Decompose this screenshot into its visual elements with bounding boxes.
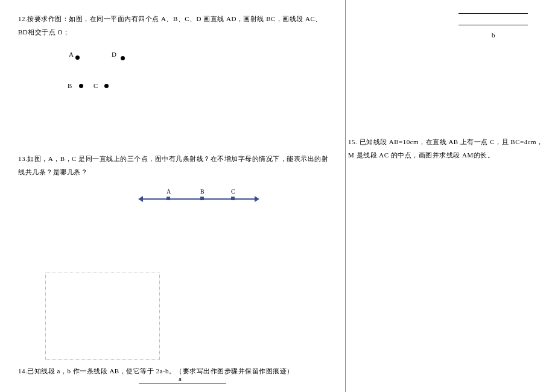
label-a: a: [179, 375, 182, 382]
arrow-right-icon: [255, 196, 259, 202]
problem-14: 14.已知线段 a，b 作一条线段 AB，使它等于 2a-b。（要求写出作图步骤…: [18, 364, 326, 378]
figure-13: A B C: [140, 189, 258, 207]
point-D-icon: [121, 56, 125, 60]
label-B: B: [200, 188, 205, 195]
right-column: b: [345, 0, 555, 392]
segment-b-group: b: [458, 13, 528, 25]
point-B-icon: [200, 197, 204, 200]
problem-14-text: 14.已知线段 a，b 作一条线段 AB，使它等于 2a-b。（要求写出作图步骤…: [18, 364, 326, 378]
point-A-icon: [75, 55, 80, 60]
label-A: A: [166, 188, 171, 195]
point-C-icon: [104, 84, 109, 88]
problem-15-text: 15. 已知线段 AB=10cm，在直线 AB 上有一点 C，且 BC=4cm，…: [348, 138, 544, 159]
point-C-icon: [231, 197, 235, 200]
label-C: C: [94, 82, 98, 89]
segment-a-icon: [139, 384, 226, 384]
segment-b-top-icon: [458, 13, 528, 14]
left-column: 12.按要求作图：如图，在同一平面内有四个点 A、B、C、D 画直线 AD，画射…: [0, 0, 345, 392]
problem-13: 13.如图，A，B，C 是同一直线上的三个点，图中有几条射线？在不增加字母的情况…: [18, 152, 329, 207]
problem-12: 12.按要求作图：如图，在同一平面内有四个点 A、B、C、D 画直线 AD，画射…: [18, 12, 330, 105]
problem-12-text: 12.按要求作图：如图，在同一平面内有四个点 A、B、C、D 画直线 AD，画射…: [18, 12, 330, 39]
problem-13-text: 13.如图，A，B，C 是同一直线上的三个点，图中有几条射线？在不增加字母的情况…: [18, 152, 329, 179]
figure-12: A D B C: [68, 51, 158, 105]
point-B-icon: [79, 84, 83, 88]
line-13: [140, 198, 258, 200]
label-B: B: [68, 82, 72, 89]
dotted-workspace-box: [45, 273, 160, 360]
label-b: b: [492, 31, 495, 39]
label-A: A: [69, 51, 74, 58]
label-D: D: [112, 51, 116, 58]
segment-b-bottom-icon: [458, 25, 528, 25]
problem-15: 15. 已知线段 AB=10cm，在直线 AB 上有一点 C，且 BC=4cm，…: [348, 135, 547, 162]
point-A-icon: [166, 197, 170, 200]
label-C: C: [231, 188, 235, 195]
